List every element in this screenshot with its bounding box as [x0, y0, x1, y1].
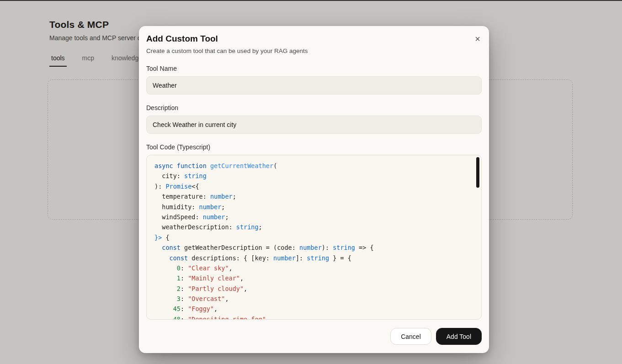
- modal-subtitle: Create a custom tool that can be used by…: [146, 47, 482, 55]
- cancel-button[interactable]: Cancel: [390, 328, 431, 345]
- code-scrollbar-thumb[interactable]: [476, 157, 479, 188]
- code-editor-content[interactable]: async function getCurrentWeather( city: …: [147, 155, 481, 320]
- description-input[interactable]: [146, 116, 482, 134]
- tool-name-input[interactable]: [146, 76, 482, 95]
- modal-title: Add Custom Tool: [146, 33, 482, 44]
- code-editor[interactable]: async function getCurrentWeather( city: …: [146, 155, 482, 320]
- add-custom-tool-modal: × Add Custom Tool Create a custom tool t…: [139, 26, 489, 353]
- description-label: Description: [146, 104, 482, 112]
- close-icon[interactable]: ×: [473, 32, 482, 45]
- tool-name-label: Tool Name: [146, 65, 482, 73]
- tool-code-label: Tool Code (Typescript): [146, 143, 482, 151]
- modal-footer: Cancel Add Tool: [146, 328, 482, 345]
- add-tool-button[interactable]: Add Tool: [436, 328, 482, 345]
